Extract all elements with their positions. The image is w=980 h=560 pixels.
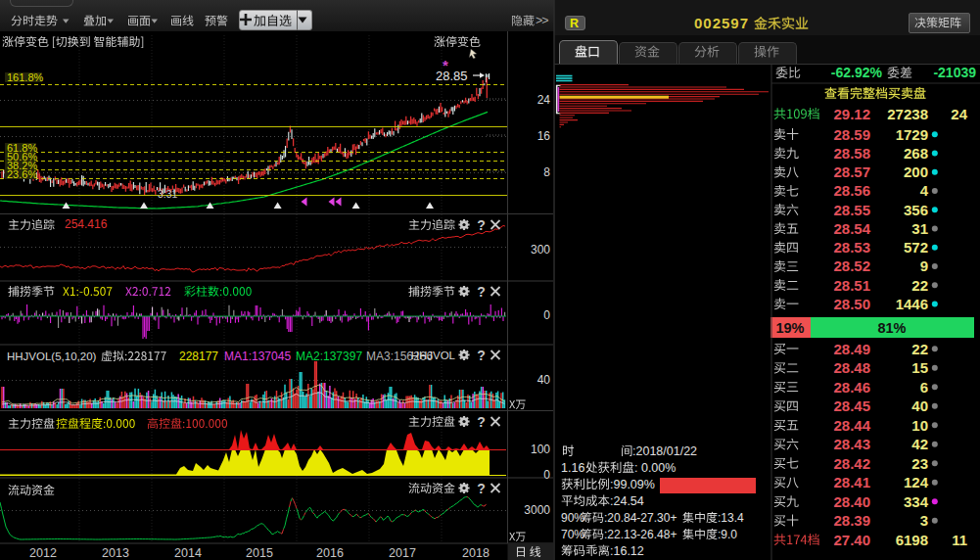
svg-text:28.54: 28.54 [833, 220, 870, 237]
svg-text:28.43: 28.43 [833, 436, 870, 452]
svg-text:1729: 1729 [896, 126, 928, 143]
svg-text:10: 10 [911, 417, 928, 434]
svg-text::22.13-26.48+: :22.13-26.48+ [604, 528, 677, 541]
svg-text:268: 268 [904, 145, 928, 162]
svg-text:356: 356 [904, 202, 928, 218]
svg-text:28.52: 28.52 [833, 257, 870, 274]
svg-text:254.416: 254.416 [65, 217, 108, 231]
svg-text::2018/01/22: :2018/01/22 [632, 444, 697, 458]
svg-text:29.12: 29.12 [833, 106, 870, 122]
svg-text:28.41: 28.41 [833, 474, 870, 490]
svg-text:6198: 6198 [896, 532, 928, 548]
svg-text:?: ? [477, 348, 486, 363]
svg-text:?: ? [477, 481, 486, 496]
svg-text:3000: 3000 [524, 503, 550, 517]
svg-text:28.39: 28.39 [833, 512, 870, 529]
svg-text:1446: 1446 [896, 296, 928, 312]
svg-text:124: 124 [904, 474, 929, 490]
svg-text:MA2:137397: MA2:137397 [296, 350, 362, 363]
svg-text:15: 15 [911, 359, 928, 376]
svg-text:28.50: 28.50 [833, 296, 870, 312]
svg-text:334: 334 [904, 493, 929, 510]
svg-text:HHJVOL(5,10,20): HHJVOL(5,10,20) [7, 350, 97, 362]
svg-text:-62.92%: -62.92% [831, 65, 883, 80]
svg-text:572: 572 [904, 239, 928, 256]
svg-text:22: 22 [911, 277, 928, 294]
svg-text:23: 23 [911, 455, 928, 472]
svg-text::99.09%: :99.09% [610, 478, 655, 491]
svg-text:3: 3 [920, 512, 928, 529]
svg-text:4: 4 [920, 182, 929, 199]
svg-text:28.58: 28.58 [833, 145, 870, 162]
svg-text:40: 40 [911, 397, 928, 414]
svg-text:28.45: 28.45 [833, 397, 870, 414]
svg-text:MA1:137045: MA1:137045 [224, 350, 291, 363]
svg-text:-21039: -21039 [933, 65, 976, 80]
svg-text:HHJVOL: HHJVOL [411, 350, 456, 361]
svg-text:27.40: 27.40 [833, 532, 870, 548]
svg-text:28.85: 28.85 [436, 69, 468, 83]
svg-text:2016: 2016 [316, 546, 344, 560]
svg-text:100: 100 [531, 443, 550, 456]
svg-text:28.49: 28.49 [833, 341, 870, 357]
svg-text:8: 8 [543, 165, 550, 179]
svg-text:1.16: 1.16 [561, 461, 584, 475]
svg-text:28.55: 28.55 [833, 202, 870, 218]
svg-text:11: 11 [952, 532, 967, 548]
svg-text:0: 0 [543, 308, 550, 322]
svg-text:002597: 002597 [694, 15, 749, 31]
svg-text:R: R [570, 17, 579, 30]
svg-text:40: 40 [537, 373, 551, 387]
svg-text::16.12: :16.12 [610, 544, 644, 558]
svg-text:161.8%: 161.8% [7, 71, 44, 83]
svg-text:24: 24 [951, 106, 967, 122]
svg-text::9.0: :9.0 [718, 528, 737, 541]
svg-text:28.56: 28.56 [833, 182, 870, 199]
svg-text:22: 22 [911, 341, 928, 357]
svg-text:23.6%: 23.6% [7, 168, 37, 180]
svg-text:?: ? [477, 284, 486, 300]
svg-text:9: 9 [920, 257, 928, 274]
svg-text:42: 42 [911, 436, 928, 452]
svg-text:24: 24 [537, 93, 551, 107]
svg-text:28.53: 28.53 [833, 239, 870, 256]
svg-text:200: 200 [904, 163, 928, 180]
svg-text:28.57: 28.57 [833, 163, 870, 180]
svg-text:*: * [443, 57, 448, 73]
svg-text:2015: 2015 [246, 546, 273, 560]
svg-text:28.48: 28.48 [833, 359, 870, 376]
svg-text:27238: 27238 [887, 106, 928, 122]
svg-text:19%: 19% [775, 320, 804, 336]
svg-text::20.84-27.30+: :20.84-27.30+ [604, 511, 677, 525]
svg-text:?: ? [477, 414, 486, 430]
svg-text:2014: 2014 [174, 546, 202, 560]
svg-text:28.42: 28.42 [833, 455, 870, 472]
svg-text:?: ? [477, 217, 486, 233]
svg-text:2018: 2018 [462, 546, 490, 560]
svg-text:3.31: 3.31 [158, 188, 178, 200]
svg-text:28.44: 28.44 [833, 417, 870, 434]
svg-text:300: 300 [531, 243, 550, 257]
svg-text:81%: 81% [877, 320, 906, 336]
svg-text:>>: >> [536, 14, 548, 27]
svg-text:28.51: 28.51 [833, 277, 870, 294]
svg-text:31: 31 [911, 220, 928, 237]
svg-text:28.46: 28.46 [833, 379, 870, 396]
svg-text:0: 0 [543, 468, 550, 482]
svg-text::24.54: :24.54 [610, 494, 644, 508]
svg-text:2012: 2012 [29, 546, 57, 560]
svg-text:: 0.00%: : 0.00% [634, 461, 676, 475]
svg-text:2013: 2013 [102, 546, 129, 560]
svg-text:28.59: 28.59 [833, 126, 870, 143]
svg-text:228177: 228177 [179, 350, 218, 363]
svg-text:16: 16 [537, 129, 551, 143]
svg-text:6: 6 [920, 379, 928, 396]
svg-text::13.4: :13.4 [718, 511, 744, 525]
svg-text:2017: 2017 [389, 546, 416, 560]
svg-text:28.40: 28.40 [833, 493, 870, 510]
